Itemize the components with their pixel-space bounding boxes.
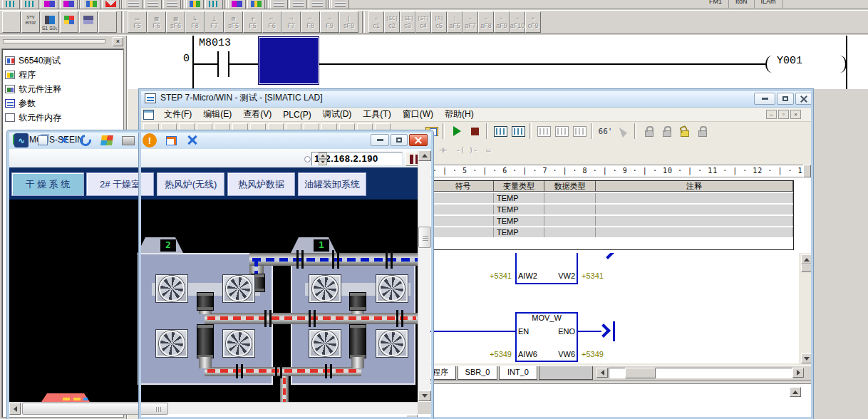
check-toolbar-button[interactable] [2, 11, 21, 33]
col-header[interactable]: 符号 [433, 181, 494, 191]
ladder-symbol-button[interactable]: ▥F6 [147, 11, 166, 33]
valve-cylinder[interactable] [197, 292, 214, 311]
ladder-symbol-button[interactable]: [R]c5 [431, 11, 447, 33]
refresh-icon[interactable] [78, 133, 93, 148]
fan-icon[interactable] [155, 329, 188, 358]
ladder-edit-icon[interactable]: ▭ [482, 143, 495, 157]
ladder-edit-icon[interactable]: ⊣⊢ [435, 143, 452, 157]
spin-down-icon[interactable] [319, 159, 327, 165]
tree-item[interactable]: S6540测试 [4, 53, 122, 68]
mdi-close-button[interactable]: × [790, 110, 801, 119]
tree-item[interactable]: 程序 [4, 68, 122, 82]
check-toolbar-button[interactable] [98, 11, 117, 33]
performance-icon[interactable]: ∿ [14, 133, 29, 148]
tab-sbr0[interactable]: SBR_0 [458, 366, 497, 380]
symbol-cell[interactable] [433, 205, 494, 214]
tree-item[interactable]: 软元件内存 [4, 110, 122, 125]
pause-status-icon[interactable] [510, 123, 527, 139]
comment-cell[interactable] [596, 193, 793, 203]
maximize-button[interactable] [777, 93, 794, 105]
valve-cylinder[interactable] [349, 324, 366, 358]
data-type-cell[interactable] [544, 227, 596, 237]
scroll-up-button[interactable] [418, 150, 431, 161]
symbol-cell[interactable] [433, 193, 494, 203]
warning-icon[interactable]: ! [143, 133, 157, 148]
tree-item[interactable]: 参数 [4, 96, 122, 110]
ladder-symbol-button[interactable]: ⌐F6 [262, 11, 281, 33]
col-header[interactable]: 注释 [596, 181, 793, 191]
menu-item[interactable]: 调试(D) [317, 107, 358, 122]
chart-status-icon[interactable] [536, 123, 552, 139]
lock-icon[interactable] [694, 123, 711, 139]
tools-icon[interactable]: ✕ [57, 133, 71, 148]
ladder-vscrollbar[interactable] [801, 254, 812, 363]
nav-tab[interactable]: 干 燥 系 统 [11, 172, 84, 196]
mcgs-hscrollbar[interactable] [9, 402, 418, 414]
pages-icon[interactable] [36, 133, 50, 148]
nav-tab[interactable]: 热风炉(无线) [157, 172, 224, 196]
minimize-button[interactable] [754, 93, 775, 105]
symbol-cell[interactable] [433, 216, 494, 226]
col-header[interactable]: 数据类型 [544, 181, 596, 191]
scroll-left-button[interactable] [9, 403, 21, 415]
ladder-symbol-button[interactable]: ¬F7 [281, 11, 301, 33]
ladder-symbol-button[interactable]: |aF5 [447, 11, 463, 33]
scroll-right-button[interactable] [406, 415, 418, 419]
scroll-down-button[interactable] [418, 390, 431, 401]
ladder-symbol-button[interactable]: ▭F5 [128, 11, 147, 33]
fullscreen-icon[interactable] [185, 133, 200, 148]
check-toolbar-button[interactable]: S1 S9↓ [41, 11, 59, 33]
comment-cell[interactable] [596, 205, 793, 214]
ruler-corner-button[interactable] [803, 165, 811, 177]
ladder-symbol-button[interactable]: ¬F9 [320, 11, 339, 33]
windows-icon[interactable] [100, 133, 114, 148]
symbol-cell[interactable] [433, 227, 494, 237]
program-status-icon[interactable] [492, 123, 509, 139]
ladder-symbol-button[interactable]: ⊥F7 [205, 11, 224, 33]
unlock-yellow-icon[interactable] [676, 123, 693, 139]
lock-icon[interactable] [658, 123, 675, 139]
var-type-cell[interactable]: TEMP [494, 216, 544, 226]
ladder-symbol-button[interactable]: ¬aF8 [478, 11, 494, 33]
ladder-symbol-button[interactable]: [SC]c2 [384, 11, 400, 33]
fan-icon[interactable] [376, 274, 408, 303]
data-type-cell[interactable] [544, 205, 596, 214]
ladder-symbol-button[interactable]: ↳F8 [185, 11, 205, 33]
menu-item[interactable]: 查看(V) [237, 107, 277, 122]
scroll-down-button[interactable] [801, 353, 812, 363]
var-type-cell[interactable]: TEMP [494, 205, 544, 214]
fan-icon[interactable] [309, 274, 341, 303]
stop-icon[interactable] [467, 123, 483, 139]
data-type-cell[interactable] [544, 193, 596, 203]
tab-scroll-left-button[interactable] [596, 368, 608, 378]
nav-tab[interactable]: 热风炉数据 [227, 172, 295, 196]
mdi-minimize-button[interactable]: – [766, 110, 777, 119]
ladder-symbol-button[interactable]: ▤sF6 [166, 11, 185, 33]
ladder-symbol-button[interactable]: |sF9 [339, 11, 358, 33]
printer-icon[interactable] [121, 133, 135, 148]
menu-item[interactable]: 编辑(E) [197, 107, 237, 122]
step7-titlebar[interactable]: STEP 7-Micro/WIN - 测试 - [SIMATIC LAD] [139, 89, 813, 108]
var-type-cell[interactable]: TEMP [494, 193, 544, 203]
data-type-cell[interactable] [544, 216, 596, 226]
var-type-cell[interactable]: TEMP [494, 227, 544, 237]
close-button[interactable] [409, 134, 428, 146]
view-glasses-icon[interactable]: 66' [597, 123, 614, 139]
ladder-symbol-button[interactable]: ×cF9 [525, 11, 541, 33]
table-row[interactable]: TEMP [433, 216, 793, 226]
ladder-symbol-button[interactable]: [SE]c3 [400, 11, 415, 33]
spin-up-icon[interactable] [319, 152, 327, 159]
variable-table[interactable]: 符号 变量类型 数据类型 注释 TEMP TEMP [432, 180, 794, 250]
run-icon[interactable] [449, 123, 465, 139]
table-row[interactable]: TEMP [433, 205, 793, 214]
menu-item[interactable]: 文件(F) [158, 107, 197, 122]
gx-ladder-editor[interactable]: 0 M8013 Y001 [127, 36, 868, 89]
scroll-thumb[interactable] [22, 403, 168, 415]
check-toolbar-button[interactable] [79, 11, 98, 33]
menu-item[interactable]: 帮助(H) [439, 107, 480, 122]
col-header[interactable]: 变量类型 [494, 181, 544, 191]
screens-icon[interactable] [164, 133, 178, 148]
ip-spinner[interactable] [319, 152, 327, 165]
fan-icon[interactable] [155, 274, 188, 303]
table-row[interactable]: TEMP [433, 193, 793, 203]
